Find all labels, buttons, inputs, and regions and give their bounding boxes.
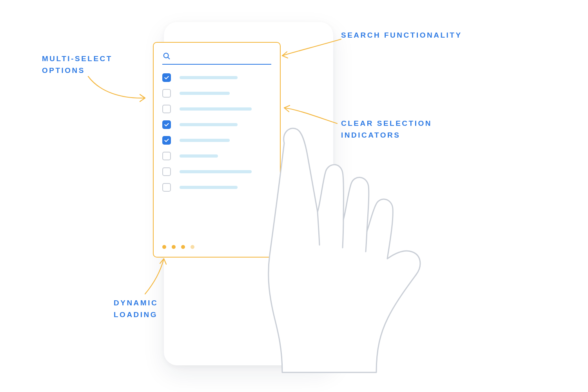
option-row[interactable]: [162, 73, 271, 82]
loading-dot: [191, 245, 194, 249]
search-field[interactable]: [162, 50, 271, 65]
option-label-placeholder: [180, 186, 238, 189]
search-input[interactable]: [175, 50, 271, 64]
callout-multiselect-line2: OPTIONS: [42, 65, 85, 76]
callout-multiselect-line1: MULTI-SELECT: [42, 53, 113, 64]
option-label-placeholder: [180, 170, 252, 173]
checkbox[interactable]: [162, 167, 171, 176]
callout-loading-line1: DYNAMIC: [114, 297, 158, 309]
option-label-placeholder: [180, 92, 230, 95]
option-label-placeholder: [180, 123, 238, 126]
option-label-placeholder: [180, 107, 252, 111]
multiselect-panel: [153, 42, 281, 258]
option-row[interactable]: [162, 136, 271, 145]
option-label-placeholder: [180, 76, 238, 79]
diagram-stage: SEARCH FUNCTIONALITY MULTI-SELECT OPTION…: [0, 0, 588, 392]
callout-loading-line2: LOADING: [114, 309, 158, 320]
checkbox[interactable]: [162, 120, 171, 129]
loading-dot: [181, 245, 185, 249]
loading-dots: [162, 245, 194, 249]
loading-dot: [172, 245, 176, 249]
option-row[interactable]: [162, 105, 271, 113]
checkbox[interactable]: [162, 105, 171, 113]
search-icon: [162, 52, 171, 62]
checkbox[interactable]: [162, 152, 171, 160]
callout-search: SEARCH FUNCTIONALITY: [341, 29, 462, 41]
loading-dot: [162, 245, 166, 249]
checkbox[interactable]: [162, 73, 171, 82]
callout-clear-line1: CLEAR SELECTION: [341, 118, 432, 129]
option-row[interactable]: [162, 167, 271, 176]
checkbox[interactable]: [162, 89, 171, 98]
option-label-placeholder: [180, 139, 230, 142]
option-row[interactable]: [162, 183, 271, 192]
callout-clear-line2: INDICATORS: [341, 129, 400, 141]
checkbox[interactable]: [162, 183, 171, 192]
checkbox[interactable]: [162, 136, 171, 145]
svg-line-1: [168, 57, 169, 59]
option-row[interactable]: [162, 89, 271, 98]
option-row[interactable]: [162, 120, 271, 129]
option-label-placeholder: [180, 154, 218, 158]
option-row[interactable]: [162, 152, 271, 160]
option-list: [162, 73, 271, 192]
